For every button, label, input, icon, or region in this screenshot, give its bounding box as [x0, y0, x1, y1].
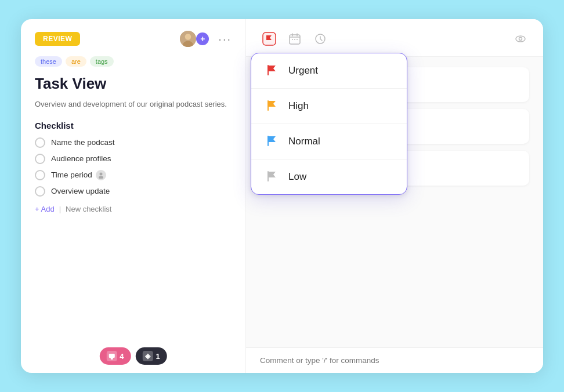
notification-icon: [106, 351, 117, 361]
flag-priority-button[interactable]: [260, 30, 279, 48]
svg-point-13: [519, 38, 522, 41]
left-header: REVIEW + ···: [21, 19, 245, 56]
more-options-button[interactable]: ···: [218, 32, 232, 46]
checklist-item: Name the podcast: [35, 137, 232, 148]
new-checklist-link[interactable]: New checklist: [66, 205, 111, 213]
flag-low-icon: [265, 170, 279, 184]
svg-point-12: [516, 36, 525, 42]
clock-button[interactable]: [311, 30, 330, 48]
priority-dropdown: Urgent High: [251, 53, 407, 195]
right-header: [246, 19, 543, 57]
figma-count: 1: [156, 352, 160, 361]
checklist-item-label: Time period: [51, 170, 92, 179]
avatar-group: +: [179, 30, 209, 48]
checklist-item-label: Name the podcast: [51, 138, 115, 147]
checklist-item-with-icon: Time period: [51, 170, 106, 180]
status-badge[interactable]: REVIEW: [35, 32, 80, 46]
flag-normal-icon: [265, 135, 279, 148]
priority-low[interactable]: Low: [251, 159, 407, 194]
checklist-list: Name the podcast Audience profiles Time …: [21, 137, 245, 197]
task-description: Overview and development of our original…: [21, 99, 245, 121]
comment-input[interactable]: [260, 356, 529, 365]
checklist-item: Overview update: [35, 186, 232, 197]
notification-count: 4: [120, 352, 124, 361]
notification-badge[interactable]: 4: [99, 347, 131, 365]
assignee-icon: [96, 170, 106, 180]
priority-low-label: Low: [288, 171, 306, 183]
comment-bar: [246, 347, 543, 373]
checklist-item: Time period: [35, 170, 232, 180]
svg-point-10: [297, 39, 298, 40]
priority-normal[interactable]: Normal: [251, 124, 407, 159]
svg-point-4: [99, 176, 103, 179]
checkbox-3[interactable]: [35, 170, 45, 180]
flag-high-icon: [265, 99, 279, 113]
priority-urgent-label: Urgent: [288, 65, 318, 77]
divider: |: [59, 205, 61, 213]
tag-these[interactable]: these: [35, 56, 62, 67]
figma-icon: ◈: [143, 351, 153, 361]
add-member-button[interactable]: +: [196, 32, 209, 45]
checklist-item-label: Overview update: [51, 187, 110, 195]
add-item-link[interactable]: + Add: [35, 205, 55, 213]
priority-high[interactable]: High: [251, 89, 407, 124]
task-title: Task View: [21, 75, 245, 99]
svg-point-8: [292, 39, 293, 40]
checkbox-2[interactable]: [35, 154, 45, 164]
header-right: + ···: [179, 30, 232, 48]
right-panel: Urgent High: [246, 19, 543, 373]
svg-point-1: [185, 34, 191, 40]
checklist-item-label: Audience profiles: [51, 154, 111, 163]
checklist-actions: + Add | New checklist: [21, 197, 245, 213]
priority-normal-label: Normal: [288, 136, 320, 147]
checklist-header: Checklist: [21, 121, 245, 137]
figma-badge[interactable]: ◈ 1: [136, 347, 167, 365]
checkbox-1[interactable]: [35, 137, 45, 148]
right-header-icons: [260, 30, 330, 48]
svg-point-3: [99, 172, 102, 175]
avatar: [179, 30, 197, 48]
svg-point-9: [294, 39, 295, 40]
bottom-badges: 4 ◈ 1: [99, 347, 167, 365]
eye-button[interactable]: [512, 30, 529, 48]
tag-are[interactable]: are: [66, 56, 86, 67]
checkbox-4[interactable]: [35, 186, 45, 197]
flag-urgent-icon: [265, 64, 279, 78]
tags-row: these are tags: [21, 56, 245, 75]
tag-tags[interactable]: tags: [90, 56, 114, 67]
calendar-button[interactable]: [285, 30, 304, 48]
priority-high-label: High: [288, 100, 309, 112]
checklist-item: Audience profiles: [35, 154, 232, 164]
priority-urgent[interactable]: Urgent: [251, 53, 407, 89]
left-panel: REVIEW + ···: [21, 19, 246, 373]
svg-rect-5: [109, 354, 114, 358]
